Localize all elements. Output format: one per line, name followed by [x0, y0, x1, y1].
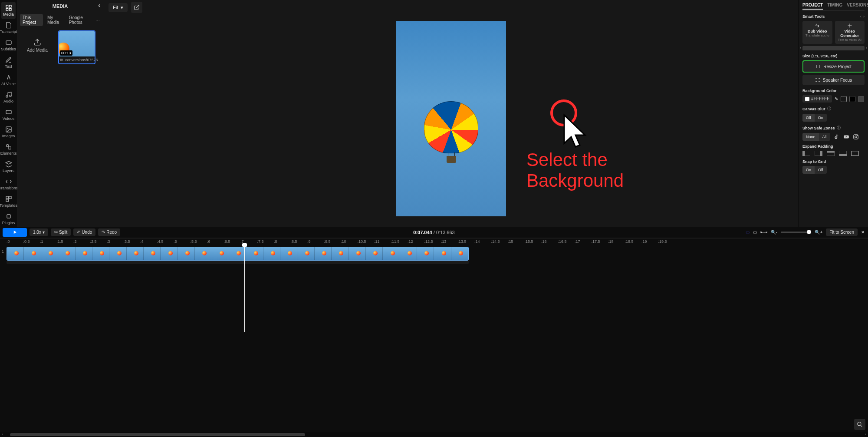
sidebar-item-videos[interactable]: Videos	[0, 106, 17, 123]
toggle-a-icon[interactable]: ▭	[746, 230, 750, 235]
fit-dropdown[interactable]: Fit▾	[108, 3, 128, 12]
trim-icon[interactable]: ⇤⇥	[760, 230, 767, 235]
sidebar-label: Elements	[0, 151, 17, 156]
ruler-tick: :8	[274, 239, 277, 244]
canvas-toolbar: Fit▾	[103, 0, 799, 15]
sidebar-item-text[interactable]: Text	[0, 54, 17, 71]
snap-off-button[interactable]: Off	[815, 166, 827, 174]
more-icon[interactable]: ⋯	[95, 18, 100, 23]
youtube-icon[interactable]	[843, 134, 849, 140]
playhead[interactable]	[244, 245, 245, 332]
sidebar-item-audio[interactable]: Audio	[0, 89, 17, 106]
chevron-left-icon[interactable]: ‹	[800, 45, 801, 50]
ruler-tick: :6.5	[224, 239, 230, 244]
ruler-tick: :16.5	[558, 239, 567, 244]
tab-this-project[interactable]: This Project	[20, 14, 43, 26]
timeline-clip[interactable]	[7, 247, 469, 261]
collapse-icon[interactable]: ‹	[98, 2, 100, 9]
bgcolor-input[interactable]: #FFFFFF	[802, 95, 832, 103]
h-scrollbar[interactable]: ‹ ›	[0, 432, 868, 437]
blur-off-button[interactable]: Off	[802, 114, 815, 122]
timeline-ruler[interactable]: :0:0.5:1:1.5:2:2.5:3:3.5:4:4.5:5:5.5:6:6…	[0, 238, 868, 245]
eyedropper-icon[interactable]: ✎	[835, 96, 838, 101]
sidebar-item-subtitles[interactable]: Subtitles	[0, 36, 17, 54]
sidebar-item-media[interactable]: Media	[1, 2, 16, 19]
video-generator-button[interactable]: Video GeneratorText to video AI	[835, 21, 865, 44]
sidebar-item-elements[interactable]: Elements	[0, 141, 17, 158]
blur-on-button[interactable]: On	[815, 114, 827, 122]
tab-versions[interactable]: VERSIONS	[847, 3, 868, 10]
zoom-out-icon[interactable]: 🔍-	[771, 230, 777, 235]
pad-bottom-button[interactable]	[839, 151, 847, 156]
speaker-focus-button[interactable]: Speaker Focus	[802, 75, 865, 85]
tiktok-icon[interactable]	[834, 134, 840, 140]
smart-tools-scroll[interactable]: ‹›	[802, 46, 865, 50]
pad-left-button[interactable]	[802, 151, 810, 156]
split-button[interactable]: ✂Split	[51, 228, 71, 236]
scroll-thumb[interactable]	[10, 433, 305, 436]
safezone-none-button[interactable]: None	[802, 133, 819, 141]
sidebar-item-layers[interactable]: Layers	[0, 158, 17, 175]
svg-marker-32	[13, 231, 16, 234]
sidebar-item-plugins[interactable]: Plugins	[0, 210, 17, 228]
translate-icon	[815, 23, 820, 28]
timeline-audio-wave[interactable]	[7, 261, 469, 264]
size-label: Size (1:1, 9:16, etc)	[802, 54, 865, 58]
tab-my-media[interactable]: My Media	[45, 14, 65, 26]
media-clip[interactable]: 00:13 🗎conversions/67576...	[58, 30, 95, 64]
popout-button[interactable]	[131, 2, 142, 13]
dub-video-button[interactable]: Dub VideoTranslate audio	[802, 21, 832, 44]
svg-rect-29	[839, 154, 847, 156]
add-media-button[interactable]: Add Media	[20, 30, 55, 60]
fit-to-screen-button[interactable]: Fit to Screen	[826, 228, 858, 236]
pad-all-button[interactable]	[851, 151, 859, 156]
play-button[interactable]	[3, 228, 27, 237]
sidebar-item-aivoice[interactable]: AI Voice	[0, 71, 17, 89]
pad-top-button[interactable]	[827, 151, 835, 156]
instagram-icon[interactable]	[853, 134, 859, 140]
media-tabs: This Project My Media Google Photos ⋯	[17, 12, 103, 28]
sidebar-label: Templates	[0, 203, 17, 208]
sidebar-item-transcript[interactable]: Transcript	[0, 19, 17, 36]
ruler-tick: :4.5	[157, 239, 164, 244]
pad-right-button[interactable]	[815, 151, 822, 156]
swatch-black[interactable]	[849, 96, 855, 102]
chevron-left-icon[interactable]: ‹	[860, 14, 861, 19]
sidebar-label: Transcript	[0, 30, 17, 34]
ruler-tick: :2	[73, 239, 77, 244]
zoom-slider[interactable]	[781, 232, 811, 233]
snap-on-button[interactable]: On	[802, 166, 815, 174]
sidebar-item-transitions[interactable]: Transitions	[0, 175, 17, 193]
ruler-tick: :15.5	[525, 239, 533, 244]
swatch-none[interactable]	[841, 96, 847, 102]
speed-dropdown[interactable]: 1.0x ▾	[30, 228, 48, 236]
sidebar-label: Videos	[3, 116, 14, 121]
svg-rect-25	[820, 151, 822, 156]
close-icon[interactable]: ✕	[861, 230, 865, 235]
ruler-tick: :17.5	[592, 239, 600, 244]
redo-button[interactable]: ↷Redo	[98, 228, 120, 236]
sidebar-item-templates[interactable]: Templates	[0, 193, 17, 210]
timeline-tracks[interactable]: 1	[0, 245, 868, 432]
scroll-left-icon[interactable]: ‹	[2, 432, 3, 437]
resize-project-button[interactable]: Resize Project	[802, 60, 865, 73]
canvas-viewport[interactable]: Select the Background	[103, 15, 799, 227]
toggle-b-icon[interactable]: ▭	[753, 230, 757, 235]
safezone-all-button[interactable]: All	[819, 133, 830, 141]
zoom-in-icon[interactable]: 🔍+	[815, 230, 822, 235]
zoom-float-button[interactable]	[854, 419, 865, 430]
tab-project[interactable]: PROJECT	[802, 3, 823, 10]
tab-google-photos[interactable]: Google Photos	[66, 14, 94, 26]
right-panel-tabs: PROJECT TIMING VERSIONS	[802, 3, 865, 11]
video-preview[interactable]	[396, 21, 506, 216]
tab-timing[interactable]: TIMING	[827, 3, 842, 10]
undo-button[interactable]: ↶Undo	[73, 228, 95, 236]
scroll-right-icon[interactable]: ›	[865, 432, 866, 437]
sidebar-item-images[interactable]: Images	[0, 123, 17, 141]
svg-point-6	[10, 95, 11, 97]
chevron-right-icon[interactable]: ›	[866, 45, 867, 50]
image-icon	[5, 126, 12, 133]
swatch-gray[interactable]	[858, 96, 864, 102]
ruler-tick: :3.5	[124, 239, 130, 244]
chevron-right-icon[interactable]: ›	[863, 14, 865, 19]
